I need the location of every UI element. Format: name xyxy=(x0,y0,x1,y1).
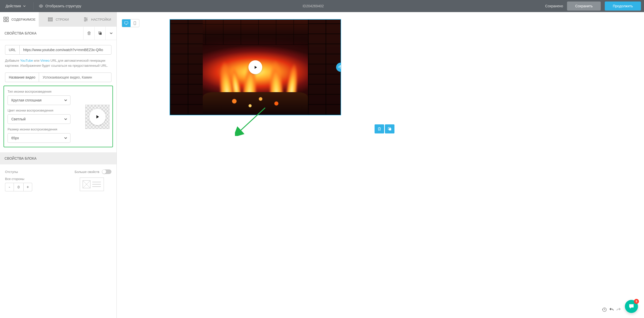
svg-rect-6 xyxy=(48,20,53,21)
undo-button[interactable] xyxy=(608,306,615,313)
video-play-overlay[interactable] xyxy=(249,60,262,74)
sidebar-tabs: СОДЕРЖИМОЕ СТРОКИ НАСТРОЙКИ xyxy=(0,12,116,27)
block-props-header: СВОЙСТВА БЛОКА xyxy=(0,27,116,40)
play-icon-settings-highlight: Тип иконки воспроизведения Круглая сплош… xyxy=(4,86,113,147)
svg-rect-3 xyxy=(7,20,8,22)
tab-rows[interactable]: СТРОКИ xyxy=(39,12,77,27)
svg-rect-2 xyxy=(4,20,6,22)
trash-icon xyxy=(377,127,382,131)
video-title-input[interactable] xyxy=(39,73,111,82)
collapse-panel-button[interactable] xyxy=(105,27,116,40)
history-controls xyxy=(601,306,622,313)
mobile-icon xyxy=(133,21,137,25)
duplicate-icon xyxy=(387,127,392,131)
padding-plus-button[interactable]: + xyxy=(24,183,32,191)
url-input[interactable] xyxy=(19,45,111,55)
svg-rect-26 xyxy=(389,128,391,130)
svg-rect-21 xyxy=(125,22,128,24)
redo-icon xyxy=(616,307,621,312)
padding-label: Отступы xyxy=(5,170,18,174)
padding-visualizer xyxy=(80,178,104,191)
icon-type-select[interactable]: Круглая сплошная xyxy=(8,95,70,105)
show-structure-label: Отобразить структуру xyxy=(45,4,81,8)
canvas-duplicate-button[interactable] xyxy=(385,124,394,133)
url-label: URL xyxy=(5,45,19,55)
sidebar-panel: СОДЕРЖИМОЕ СТРОКИ НАСТРОЙКИ СВОЙСТВА БЛО… xyxy=(0,12,117,318)
chevron-down-icon xyxy=(109,31,113,36)
undo-icon xyxy=(609,307,614,312)
show-structure-toggle[interactable]: Отобразить структуру xyxy=(39,4,81,8)
mobile-preview-button[interactable] xyxy=(131,19,139,27)
padding-value-input[interactable] xyxy=(14,183,24,191)
editor-canvas-area xyxy=(117,12,644,318)
move-icon xyxy=(338,65,341,70)
document-id: ID204269402 xyxy=(81,4,545,8)
svg-point-25 xyxy=(135,24,135,25)
youtube-link[interactable]: YouTube xyxy=(20,59,33,62)
top-header: Действия Отобразить структуру ID20426940… xyxy=(0,0,644,12)
saved-status: Сохранено xyxy=(545,4,563,8)
redo-button[interactable] xyxy=(615,306,622,313)
rows-icon xyxy=(48,17,53,22)
svg-point-8 xyxy=(85,17,86,19)
icon-size-select[interactable]: 65px xyxy=(8,133,70,143)
desktop-icon xyxy=(124,21,129,25)
play-icon-preview xyxy=(85,105,109,129)
vimeo-link[interactable]: Vimeo xyxy=(40,59,50,62)
more-props-toggle[interactable] xyxy=(102,169,111,174)
play-icon xyxy=(253,65,258,70)
block-props-section-header: СВОЙСТВА БЛОКА xyxy=(0,152,116,164)
tab-content[interactable]: СОДЕРЖИМОЕ xyxy=(0,12,39,27)
tab-settings[interactable]: НАСТРОЙКИ xyxy=(78,12,116,27)
chat-widget-button[interactable]: 5 xyxy=(625,300,638,313)
url-help-text: Добавьте YouTube или Vimeo URL для автом… xyxy=(5,58,111,68)
save-button[interactable]: Сохранить xyxy=(567,2,601,11)
trash-icon xyxy=(87,31,91,36)
history-button[interactable] xyxy=(601,306,608,313)
svg-rect-0 xyxy=(4,17,6,19)
block-props-title: СВОЙСТВА БЛОКА xyxy=(0,27,83,40)
history-icon xyxy=(602,307,607,312)
actions-dropdown[interactable]: Действия xyxy=(3,4,28,8)
icon-type-label: Тип иконки воспроизведения xyxy=(8,90,109,93)
svg-rect-13 xyxy=(99,32,102,35)
more-props-label: Больше свойств xyxy=(75,170,99,174)
chat-icon xyxy=(628,303,635,310)
play-icon xyxy=(95,114,100,120)
padding-viz-icon xyxy=(82,180,102,189)
chevron-down-icon xyxy=(23,5,26,8)
delete-block-button[interactable] xyxy=(83,27,94,40)
tab-settings-label: НАСТРОЙКИ xyxy=(91,18,111,21)
tab-rows-label: СТРОКИ xyxy=(56,18,69,21)
chat-notification-badge: 5 xyxy=(634,299,639,304)
video-content-block[interactable] xyxy=(170,19,341,115)
padding-stepper: - + xyxy=(5,183,32,191)
video-title-label: Название видео xyxy=(5,73,39,82)
icon-color-select[interactable]: Светлый xyxy=(8,114,70,124)
device-preview-toggle xyxy=(122,19,139,27)
eye-icon xyxy=(39,4,43,8)
svg-rect-4 xyxy=(48,18,53,19)
desktop-preview-button[interactable] xyxy=(122,19,131,27)
svg-rect-5 xyxy=(48,19,53,20)
settings-icon xyxy=(83,17,89,22)
svg-rect-1 xyxy=(7,17,8,19)
svg-point-10 xyxy=(86,19,87,20)
svg-point-12 xyxy=(85,20,86,21)
all-sides-label: Все стороны xyxy=(5,177,32,181)
duplicate-icon xyxy=(98,31,102,36)
content-icon xyxy=(3,17,9,22)
canvas-delete-button[interactable] xyxy=(375,124,384,133)
continue-button[interactable]: Продолжить xyxy=(605,2,641,11)
tab-content-label: СОДЕРЖИМОЕ xyxy=(11,18,35,21)
padding-minus-button[interactable]: - xyxy=(5,183,14,191)
header-divider xyxy=(33,2,34,10)
duplicate-block-button[interactable] xyxy=(94,27,105,40)
actions-label: Действия xyxy=(6,4,21,8)
